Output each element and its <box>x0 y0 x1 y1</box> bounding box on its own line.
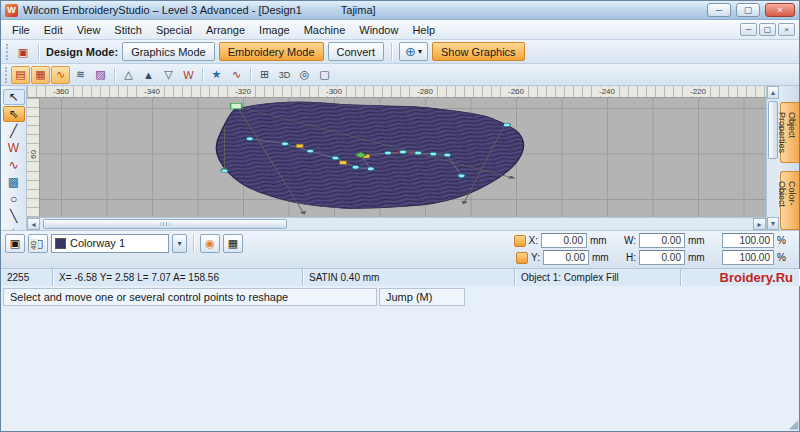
h-field[interactable]: 0.00 <box>639 250 685 265</box>
colorway-swatch <box>55 238 66 249</box>
toolbar-separator <box>38 43 39 61</box>
v-ruler-label: 40 <box>29 239 38 252</box>
design-canvas[interactable] <box>40 98 766 217</box>
measure-tool[interactable]: ╱ <box>3 123 25 139</box>
parallel-fill-icon[interactable]: ▤ <box>11 66 30 84</box>
ellipse-tool[interactable]: ○ <box>3 191 25 207</box>
line-tool[interactable]: ╲ <box>3 208 25 224</box>
horizontal-scrollbar[interactable]: ◂ ▸ <box>27 217 766 230</box>
hoop-icon[interactable]: ◎ <box>295 66 314 84</box>
embroidery-mode-button[interactable]: Embroidery Mode <box>219 42 324 61</box>
stitch-count: 2255 <box>1 269 53 286</box>
toolbar-separator <box>114 67 115 83</box>
motif-stitch-icon[interactable]: ▨ <box>91 66 110 84</box>
h-scroll-thumb[interactable] <box>43 219 287 229</box>
complex-fill-tool[interactable]: ▩ <box>3 174 25 190</box>
icon-toolbar: ▤▦∿≋▨△▲▽W★∿⊞3D◎▢ <box>1 64 799 86</box>
star-fill-icon[interactable]: ★ <box>207 66 226 84</box>
hint-bar: Select and move one or several control p… <box>1 286 799 432</box>
menu-item-arrange[interactable]: Arrange <box>199 22 252 38</box>
tatami-fill-icon[interactable]: ▦ <box>31 66 50 84</box>
scroll-right-icon[interactable]: ▸ <box>753 218 766 230</box>
coordinate-panel: X: 0.00 mm W: 0.00 mm 100.00 % Y: 0.00 m… <box>506 231 799 268</box>
run-digitize-tool[interactable]: ∿ <box>3 157 25 173</box>
show-graphics-button[interactable]: Show Graphics <box>432 42 525 61</box>
coordinate-row-x: X: 0.00 mm W: 0.00 mm 100.00 % <box>506 233 795 248</box>
start-node[interactable] <box>231 103 242 108</box>
menu-item-help[interactable]: Help <box>405 22 442 38</box>
embroidery-design[interactable] <box>40 98 766 217</box>
colorway-dropdown-icon[interactable]: ▾ <box>172 234 187 253</box>
w-unit: mm <box>688 235 706 246</box>
maximize-button[interactable]: ▢ <box>736 3 760 17</box>
menu-item-machine[interactable]: Machine <box>297 22 353 38</box>
3d-view-icon[interactable]: 3D <box>275 66 294 84</box>
w-field[interactable]: 0.00 <box>639 233 685 248</box>
colorway-editor-icon[interactable]: ▣ <box>5 234 25 253</box>
scale-x-field[interactable]: 100.00 <box>722 233 774 248</box>
menu-item-view[interactable]: View <box>70 22 108 38</box>
globe-icon: ⊕ <box>405 44 416 59</box>
h-ruler-label: -320 <box>231 87 255 96</box>
overview-window-icon[interactable]: ▢ <box>315 66 334 84</box>
convert-button[interactable]: Convert <box>328 42 385 61</box>
vertical-scrollbar[interactable]: ▴ ▾ <box>766 86 779 230</box>
graphics-mode-button[interactable]: Graphics Mode <box>122 42 215 61</box>
scroll-up-icon[interactable]: ▴ <box>767 86 779 99</box>
h-ruler-label: -240 <box>595 87 619 96</box>
coordinate-row-y: Y: 0.00 mm H: 0.00 mm 100.00 % <box>506 250 795 265</box>
title-bar[interactable]: W Wilcom EmbroideryStudio – Level 3 Adva… <box>1 1 799 20</box>
h-ruler-label: -220 <box>686 87 710 96</box>
h-ruler-label: -280 <box>413 87 437 96</box>
position-icon <box>514 235 526 247</box>
toolbar-separator <box>250 67 251 83</box>
mdi-restore-button[interactable]: ▢ <box>759 23 776 36</box>
colorway-select[interactable]: Colorway 1 <box>51 234 169 253</box>
column-b-icon[interactable]: ▲ <box>139 66 158 84</box>
reshape-tool[interactable]: ⇖ <box>3 106 25 122</box>
workspace: ↖⇖╱W∿▩○╲★◧▞ -360-340-320-300-280-260-240… <box>1 86 799 230</box>
v-scroll-thumb[interactable] <box>768 101 778 159</box>
mdi-close-button[interactable]: × <box>778 23 795 36</box>
zigzag-stitch-icon[interactable]: ∿ <box>51 66 70 84</box>
grid-toggle-icon[interactable]: ⊞ <box>255 66 274 84</box>
wave-fill-icon[interactable]: ∿ <box>227 66 246 84</box>
column-c-icon[interactable]: ▽ <box>159 66 178 84</box>
menu-items: FileEditViewStitchSpecialArrangeImageMac… <box>5 22 442 38</box>
minimize-button[interactable]: ─ <box>707 3 731 17</box>
close-button[interactable]: × <box>765 3 795 17</box>
scroll-left-icon[interactable]: ◂ <box>27 218 40 230</box>
design-window-icon[interactable]: ▣ <box>15 44 31 60</box>
hoop-globe-button[interactable]: ⊕ ▾ <box>399 42 428 61</box>
y-unit: mm <box>592 252 610 263</box>
scale-y-field[interactable]: 100.00 <box>722 250 774 265</box>
run-stitch-icon[interactable]: ≋ <box>71 66 90 84</box>
h-label: H: <box>626 252 636 263</box>
resize-grip-icon[interactable]: ◢ <box>789 418 798 430</box>
menu-item-file[interactable]: File <box>5 22 37 38</box>
h-ruler-label: -340 <box>140 87 164 96</box>
toolbar-separator <box>391 43 392 61</box>
y-field[interactable]: 0.00 <box>543 250 589 265</box>
menu-item-window[interactable]: Window <box>352 22 405 38</box>
toolbar-grip[interactable] <box>5 67 8 83</box>
mix-colors-icon[interactable]: ◉ <box>200 234 220 253</box>
x-field[interactable]: 0.00 <box>541 233 587 248</box>
thread-chart-icon[interactable]: ▦ <box>223 234 243 253</box>
toolbox: ↖⇖╱W∿▩○╲★◧▞ <box>1 86 27 230</box>
tab-color-object-list[interactable]: Color-Object List <box>780 171 799 229</box>
menu-item-edit[interactable]: Edit <box>37 22 70 38</box>
lettering-icon[interactable]: W <box>179 66 198 84</box>
tab-object-properties[interactable]: Object Properties <box>780 102 799 163</box>
toolbar-grip[interactable] <box>6 44 9 60</box>
select-tool[interactable]: ↖ <box>3 89 25 105</box>
column-a-icon[interactable]: △ <box>119 66 138 84</box>
menu-item-stitch[interactable]: Stitch <box>107 22 149 38</box>
menu-item-special[interactable]: Special <box>149 22 199 38</box>
colorway-value: Colorway 1 <box>70 237 125 249</box>
menu-item-image[interactable]: Image <box>252 22 297 38</box>
mdi-minimize-button[interactable]: ─ <box>740 23 757 36</box>
window-title: Wilcom EmbroideryStudio – Level 3 Advanc… <box>23 4 302 16</box>
scroll-down-icon[interactable]: ▾ <box>767 217 779 230</box>
lettering-tool[interactable]: W <box>3 140 25 156</box>
